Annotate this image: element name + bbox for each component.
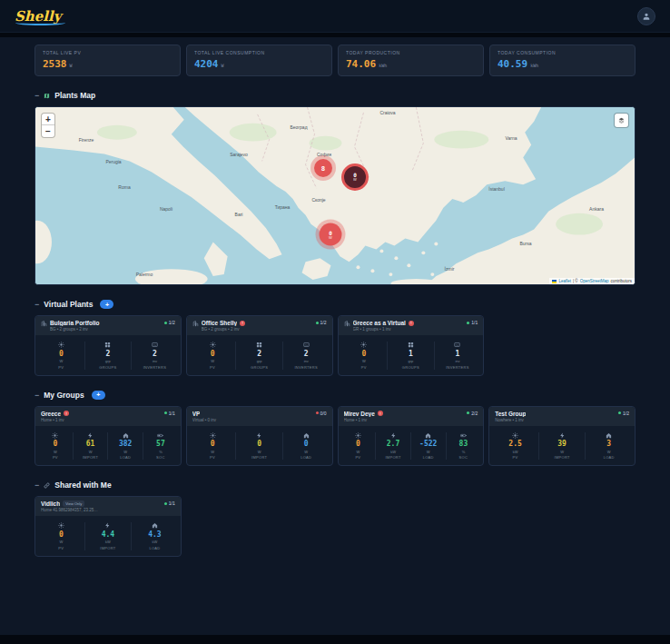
map-attribution: Leaflet | © OpenStreetMap contributors (549, 278, 635, 284)
inverter-icon (454, 342, 460, 348)
status-badge: 1/1 (164, 411, 175, 416)
shared-plant-card[interactable]: VidlichView Only Home 41.9862984357, 23.… (34, 496, 182, 557)
status-dot (618, 411, 621, 414)
status-dot (467, 322, 469, 324)
section-title: My Groups (44, 391, 84, 400)
sun-icon (355, 432, 361, 439)
stat-label: TOTAL LIVE PV (43, 50, 172, 55)
stat-pv: 2.5kWPV (492, 432, 538, 461)
user-avatar-button[interactable] (637, 7, 655, 25)
stat-pv: 0WPV (38, 432, 73, 461)
status-badge: 1/2 (618, 411, 629, 416)
card-title: Vidlich (41, 500, 60, 507)
stat-soc: 57%SOC (143, 432, 178, 461)
map-city-label: Bursa (519, 241, 531, 246)
osm-link[interactable]: OpenStreetMap (580, 279, 609, 283)
stat-load: 4.3kWLOAD (131, 522, 178, 550)
collapse-toggle[interactable]: − (34, 91, 39, 100)
plants-map[interactable]: Craiova Firenze Perugia Roma Napoli Bari… (34, 106, 636, 285)
card-title: Greece as a Virtual (353, 320, 406, 326)
alert-icon: ! (409, 321, 414, 326)
building-icon (344, 321, 350, 327)
add-group-button[interactable]: + (92, 391, 105, 400)
virtual-plant-card[interactable]: Greece as a Virtual! GR • 1 groups • 1 i… (338, 315, 485, 376)
card-header: Mirev Deye! Home • 1 inv 2/2 (339, 407, 484, 426)
section-title: Shared with Me (54, 481, 111, 490)
map-city-label: Varna (506, 135, 517, 141)
sun-icon (210, 432, 216, 439)
status-badge: 2/2 (467, 411, 478, 416)
card-subtitle: Home • 1 inv (41, 418, 162, 422)
group-card[interactable]: Greece! Home • 1 inv 1/1 0WPV 61WIMPORT … (34, 406, 182, 467)
app-logo[interactable]: Shelly (15, 8, 61, 25)
virtual-plant-card[interactable]: Bulgaria Portfolio BG • 2 groups • 2 inv… (34, 315, 182, 376)
top-bar: Shelly (0, 0, 670, 33)
summary-stats: TOTAL LIVE PV 2538W TOTAL LIVE CONSUMPTI… (34, 45, 636, 76)
card-stats: 0WPV 1grpGROUPS 1invINVERTERS (339, 335, 484, 375)
card-title: VP (192, 411, 201, 417)
map-layers-button[interactable] (615, 114, 628, 127)
map-plant-marker[interactable]: 0 W (320, 223, 342, 246)
status-dot (316, 322, 319, 324)
sun-icon (210, 342, 216, 348)
stat-pv: 0WPV (341, 342, 388, 370)
bolt-icon (559, 432, 566, 439)
card-title: Test Group (495, 411, 526, 417)
stat-inverters: 2invINVERTERS (282, 342, 330, 370)
group-card[interactable]: Mirev Deye! Home • 1 inv 2/2 0WPV 2.7kWI… (338, 406, 485, 467)
status-dot (467, 411, 469, 414)
map-city-label: Sarajevo (230, 152, 248, 157)
stat-unit: kWh (379, 63, 387, 68)
group-card[interactable]: VP Virtual • 0 inv 0/0 0WPV 0WIMPORT 0WL… (186, 406, 333, 467)
link-icon (44, 482, 50, 489)
group-card[interactable]: Test Group Nowhere • 1 inv 1/2 2.5kWPV 3… (488, 406, 636, 467)
stat-label: TODAY CONSUMPTION (498, 50, 627, 55)
zoom-in-button[interactable]: + (42, 114, 54, 125)
stat-pv: 0WPV (190, 432, 236, 461)
my-groups-list: Greece! Home • 1 inv 1/1 0WPV 61WIMPORT … (34, 406, 636, 467)
stat-value: 74.06kWh (346, 58, 476, 70)
battery-icon (157, 432, 163, 439)
status-badge: 1/1 (164, 500, 175, 506)
alert-icon: ! (240, 321, 245, 326)
shared-list: VidlichView Only Home 41.9862984357, 23.… (34, 496, 636, 557)
sun-icon (58, 522, 64, 529)
sun-icon (58, 342, 64, 348)
zoom-out-button[interactable]: − (42, 125, 54, 137)
stat-import: 2.7kWIMPORT (375, 432, 410, 461)
bolt-icon (104, 522, 111, 529)
card-header: Office Shelly! BG • 2 groups • 2 inv 1/2 (187, 316, 332, 335)
card-header: Greece as a Virtual! GR • 1 groups • 1 i… (339, 316, 484, 335)
sun-icon (360, 342, 367, 348)
stat-pv: 0WPV (341, 432, 376, 461)
card-title: Greece (41, 411, 61, 417)
card-subtitle: BG • 2 groups • 2 inv (50, 327, 162, 332)
add-virtual-plant-button[interactable]: + (100, 300, 113, 309)
collapse-toggle[interactable]: − (34, 481, 39, 490)
collapse-toggle[interactable]: − (34, 300, 39, 309)
card-stats: 0WPV 61WIMPORT 382WLOAD 57%SOC (35, 426, 181, 466)
map-city-label: Скопје (311, 197, 325, 203)
stat-value: 40.59kWh (498, 58, 627, 70)
stat-label: TODAY PRODUCTION (346, 50, 476, 55)
stat-groups: 1grpGROUPS (387, 342, 434, 370)
sun-icon (512, 432, 518, 439)
map-plant-marker[interactable]: 0 W (341, 163, 369, 191)
card-subtitle: Virtual • 0 inv (192, 418, 313, 422)
shared-section-header: − Shared with Me (34, 481, 636, 490)
stat-import: 0WIMPORT (235, 432, 282, 461)
status-dot (164, 322, 167, 324)
collapse-toggle[interactable]: − (34, 391, 39, 400)
map-zoom-control: + − (42, 114, 54, 137)
leaflet-link[interactable]: Leaflet (558, 279, 571, 283)
stat-pv: 0WPV (38, 522, 84, 550)
groups-icon (408, 342, 414, 348)
stat-load: 0WLOAD (282, 432, 330, 461)
layers-icon (618, 117, 625, 124)
card-stats: 0WPV 2.7kWIMPORT -522WLOAD 83%SOC (339, 426, 484, 466)
virtual-plant-card[interactable]: Office Shelly! BG • 2 groups • 2 inv 1/2… (186, 315, 333, 376)
card-subtitle: Home 41.9862984357, 23.25… (41, 508, 162, 512)
stat-label: TOTAL LIVE CONSUMPTION (194, 50, 324, 55)
map-cluster-marker[interactable]: 8 (314, 159, 332, 177)
bolt-icon (390, 432, 397, 439)
